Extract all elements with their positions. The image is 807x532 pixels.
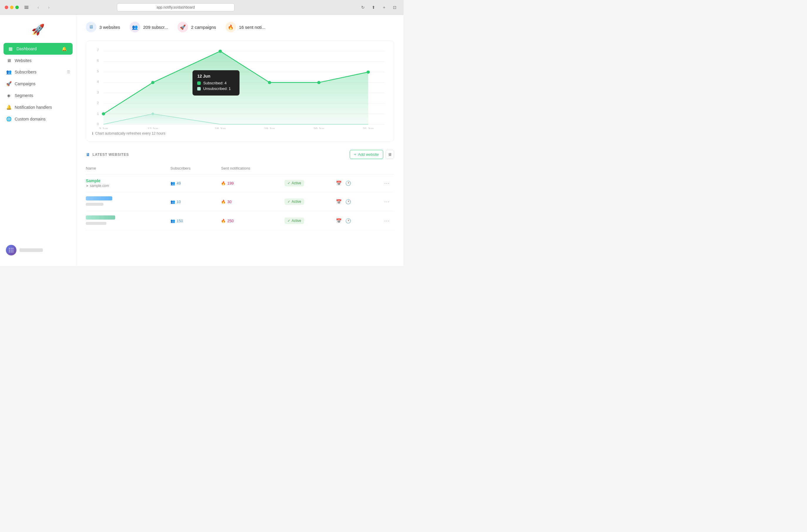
history-button[interactable]: 🕐	[345, 180, 352, 187]
subscribed-dot	[197, 81, 201, 85]
status-cell-2: ✓ Active	[285, 198, 335, 205]
status-badge-2: ✓ Active	[285, 198, 304, 205]
campaigns-icon: 🚀	[6, 81, 12, 87]
tooltip-date: 12 Jun	[197, 74, 235, 78]
stat-websites[interactable]: 🖥 3 websites	[86, 22, 120, 32]
minimize-button[interactable]	[10, 5, 14, 9]
calendar-button[interactable]: 📅	[335, 180, 342, 187]
view-toggle-button[interactable]: 🖥	[386, 150, 394, 159]
address-bar[interactable]: app.notifly.so/dashboard	[117, 3, 234, 12]
status-text-2: Active	[291, 200, 301, 204]
back-button[interactable]: ‹	[34, 3, 42, 12]
sidebar-item-subscribers[interactable]: 👥 Subscribers ☰	[0, 66, 76, 78]
table-row: 👥 150 🔥 250 ✓ Active	[86, 211, 394, 230]
svg-text:3: 3	[97, 91, 99, 95]
more-cell-3: ⋯	[382, 217, 394, 225]
sidebar-item-campaigns[interactable]: 🚀 Campaigns	[0, 78, 76, 90]
svg-point-6	[9, 249, 10, 251]
sidebar-item-label: Subscribers	[15, 70, 36, 74]
chart-tooltip: 12 Jun Subscribed: 4 Unsubscribed: 1	[192, 70, 239, 96]
url-icon: ➤	[86, 184, 89, 188]
nav-items: ▦ Dashboard 🔔 🖥 Websites 👥 Subscribers ☰…	[0, 43, 76, 240]
calendar-button-3[interactable]: 📅	[335, 217, 342, 224]
svg-text:3 Jun: 3 Jun	[99, 127, 108, 129]
status-text-3: Active	[291, 219, 301, 223]
app-container: 🚀 ▦ Dashboard 🔔 🖥 Websites 👥 Subscribers…	[0, 15, 404, 266]
sidebar-toggle[interactable]	[22, 3, 31, 12]
sidebar-item-custom-domains[interactable]: 🌐 Custom domains	[0, 113, 76, 125]
more-cell: ⋯	[382, 179, 394, 187]
stat-campaigns[interactable]: 🚀 2 campaigns	[177, 22, 216, 32]
more-options-button[interactable]: ⋯	[382, 179, 391, 187]
grid-icon: 🖥	[388, 152, 392, 157]
svg-point-34	[366, 71, 370, 74]
col-header-name: Name	[86, 166, 170, 170]
svg-text:20 Jun: 20 Jun	[313, 127, 324, 129]
sidebar-item-websites[interactable]: 🖥 Websites	[0, 55, 76, 66]
notifications-cell-2: 🔥 30	[221, 199, 285, 204]
svg-text:2: 2	[97, 101, 99, 105]
col-header-subscribers: Subscribers	[170, 166, 221, 170]
table-row: 👥 10 🔥 30 ✓ Active	[86, 192, 394, 211]
forward-button[interactable]: ›	[45, 3, 53, 12]
subscribers-menu-icon[interactable]: ☰	[67, 70, 70, 74]
chart-area: 0 1 2 3 4 5 6 7	[92, 47, 388, 129]
share-button[interactable]: ⬆	[369, 3, 378, 12]
site-name[interactable]: Sample	[86, 178, 170, 183]
checkmark-icon-3: ✓	[287, 219, 290, 223]
add-icon: +	[354, 152, 357, 157]
campaigns-stat-icon: 🚀	[177, 22, 188, 32]
svg-point-8	[12, 249, 14, 251]
logo-icon: 🚀	[32, 23, 45, 36]
notifications-icon: 🔥	[221, 181, 226, 186]
col-header-actions2	[359, 166, 382, 170]
notifications-stat-value: 16 sent noti...	[239, 25, 265, 30]
subscribers-badge-3: 👥 150	[170, 219, 183, 223]
avatar	[6, 245, 17, 255]
refresh-button[interactable]: ↻	[359, 3, 367, 12]
svg-point-3	[9, 248, 10, 249]
svg-rect-1	[24, 7, 28, 8]
sidebar-item-label: Custom domains	[15, 117, 45, 121]
svg-point-7	[11, 249, 12, 251]
more-options-button-3[interactable]: ⋯	[382, 217, 391, 225]
calendar-button-2[interactable]: 📅	[335, 198, 342, 205]
websites-stat-icon: 🖥	[86, 22, 96, 32]
notifications-icon-3: 🔥	[221, 219, 226, 223]
svg-point-9	[9, 251, 10, 252]
chart-container: 0 1 2 3 4 5 6 7	[86, 41, 394, 142]
svg-text:19 Jun: 19 Jun	[264, 127, 275, 129]
history-button-3[interactable]: 🕐	[345, 217, 352, 224]
stat-subscribers[interactable]: 👥 209 subscr...	[130, 22, 168, 32]
site-url: ➤ sample.com	[86, 184, 170, 188]
dashboard-icon: ▦	[8, 46, 14, 52]
notification-bell[interactable]: 🔔	[62, 46, 67, 51]
col-header-actions1	[335, 166, 359, 170]
notifications-count-2: 30	[227, 200, 231, 204]
checkmark-icon-2: ✓	[287, 200, 290, 204]
section-title-text: LATEST WEBSITES	[93, 153, 129, 157]
svg-point-29	[102, 112, 105, 115]
sidebar-item-notification-handlers[interactable]: 🔔 Notification handlers	[0, 101, 76, 113]
add-website-button[interactable]: + Add website	[350, 150, 383, 159]
close-button[interactable]	[5, 5, 8, 9]
stat-notifications[interactable]: 🔥 16 sent noti...	[225, 22, 265, 32]
col-header-notifications: Sent notifications	[221, 166, 285, 170]
sidebar-item-segments[interactable]: ◈ Segments	[0, 90, 76, 101]
sidebar-item-label: Notification handlers	[15, 105, 52, 110]
new-tab-button[interactable]: +	[380, 3, 388, 12]
extensions-button[interactable]: ⊡	[390, 3, 399, 12]
maximize-button[interactable]	[15, 5, 19, 9]
site-name-blurred-3	[86, 215, 115, 220]
notifications-badge: 🔥 199	[221, 181, 234, 186]
history-button-2[interactable]: 🕐	[345, 198, 352, 205]
svg-text:6: 6	[97, 58, 99, 63]
site-name-cell: Sample ➤ sample.com	[86, 178, 170, 188]
subscribers-cell-3: 👥 150	[170, 218, 221, 223]
subscribed-label: Subscribed: 4	[203, 81, 227, 85]
sidebar-item-dashboard[interactable]: ▦ Dashboard 🔔	[3, 43, 73, 55]
url-text: app.notifly.so/dashboard	[157, 5, 195, 10]
subscribers-icon-3: 👥	[170, 219, 175, 223]
more-options-button-2[interactable]: ⋯	[382, 198, 391, 206]
site-name-cell-2	[86, 196, 170, 207]
